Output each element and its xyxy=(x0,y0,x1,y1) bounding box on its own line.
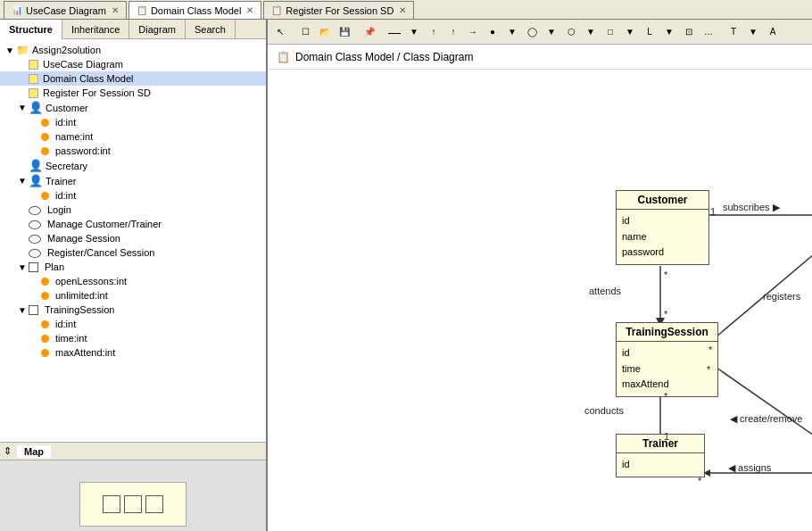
oval-dropdown[interactable]: ▼ xyxy=(543,23,560,41)
folder-icon: 📁 xyxy=(16,44,29,56)
tree-container[interactable]: ▼ 📁 Assign2solution UseCase Diagram Doma… xyxy=(0,39,266,442)
list-item[interactable]: Manage Session xyxy=(0,231,266,245)
list-item[interactable]: 👤 Secretary xyxy=(0,158,266,173)
hex-dropdown[interactable]: ▼ xyxy=(582,23,600,41)
tab-registersession-label: Register For Session SD xyxy=(286,5,394,16)
diagram-canvas[interactable]: Customer idnamepassword Plan openLessons… xyxy=(268,70,812,531)
tree-node-label: Register/Cancel Session xyxy=(47,247,154,258)
list-item[interactable]: Register For Session SD xyxy=(0,86,266,100)
open-tool[interactable]: 📂 xyxy=(316,23,334,41)
resize-arrows[interactable]: ⇕ xyxy=(4,445,12,457)
line-dropdown[interactable]: ▼ xyxy=(405,23,423,41)
new-tool[interactable]: ☐ xyxy=(296,23,314,41)
tab-domainclass-close[interactable]: ✕ xyxy=(246,5,253,15)
tab-registersession[interactable]: 📋 Register For Session SD ✕ xyxy=(263,1,414,19)
diagram-title-icon: 📋 xyxy=(277,51,290,63)
list-item[interactable]: openLessons:int xyxy=(0,274,266,288)
tree-node-label: Domain Class Model xyxy=(43,73,133,84)
tree-node-label: id:int xyxy=(55,190,76,201)
class-trainingsession[interactable]: TrainingSession idtimemaxAttend xyxy=(616,322,718,397)
tree-node-label: Manage Customer/Trainer xyxy=(47,219,162,229)
arrow-up-tool[interactable]: ↑ xyxy=(425,23,443,41)
domainclass-icon: 📋 xyxy=(137,5,147,15)
list-item[interactable]: name:int xyxy=(0,129,266,144)
label-attends: attends xyxy=(589,286,621,296)
save-tool[interactable]: 💾 xyxy=(336,23,353,41)
tree-toggle[interactable]: ▼ xyxy=(16,305,29,315)
list-item[interactable]: time:int xyxy=(0,331,266,345)
class-trainingsession-header: TrainingSession xyxy=(617,323,717,342)
tab-usecase[interactable]: 📊 UseCase Diagram ✕ xyxy=(4,1,127,19)
arrow-right-tool[interactable]: → xyxy=(464,23,482,41)
tree-node-label: password:int xyxy=(55,145,111,156)
select-tool[interactable]: ↖ xyxy=(271,23,289,41)
attr-icon xyxy=(41,130,53,143)
list-item[interactable]: ▼ 📁 Assign2solution xyxy=(0,43,266,57)
mult-subscribes-from: 1 xyxy=(710,206,716,217)
left-panel: Structure Inheritance Diagram Search ▼ 📁… xyxy=(0,20,268,531)
rect-dropdown[interactable]: ▼ xyxy=(621,23,639,41)
l-dropdown[interactable]: ▼ xyxy=(660,23,678,41)
list-item[interactable]: unlimited:int xyxy=(0,288,266,303)
line-tool[interactable]: — xyxy=(385,23,403,41)
list-item[interactable]: Manage Customer/Trainer xyxy=(0,217,266,231)
circle-dropdown[interactable]: ▼ xyxy=(503,23,521,41)
hex-tool[interactable]: ⬡ xyxy=(562,23,580,41)
class-customer[interactable]: Customer idnamepassword xyxy=(616,190,709,265)
attr-icon xyxy=(41,275,53,287)
list-item[interactable]: maxAttend:int xyxy=(0,345,266,360)
list-item[interactable]: ▼ TrainingSession xyxy=(0,303,266,317)
tab-usecase-close[interactable]: ✕ xyxy=(112,5,119,15)
label-conducts: conducts xyxy=(584,405,624,416)
list-item[interactable]: Login xyxy=(0,203,266,217)
list-item[interactable]: id:int xyxy=(0,317,266,331)
tab-diagram[interactable]: Diagram xyxy=(129,20,186,39)
mult-conducts-from: 1 xyxy=(664,431,669,442)
class-trainer[interactable]: Trainer id xyxy=(616,434,705,477)
tree-toggle[interactable]: ▼ xyxy=(4,46,16,55)
list-item[interactable]: Register/Cancel Session xyxy=(0,245,266,260)
tree-toggle[interactable]: ▼ xyxy=(16,103,29,112)
arrow-up2-tool[interactable]: ↑ xyxy=(444,23,462,41)
box-tool[interactable]: ⊡ xyxy=(680,23,698,41)
attr-icon xyxy=(41,145,53,157)
list-item[interactable]: ▼ Plan xyxy=(0,260,266,274)
list-item[interactable]: password:int xyxy=(0,144,266,158)
list-item[interactable]: UseCase Diagram xyxy=(0,57,266,71)
mult-conducts-to: * xyxy=(664,391,667,402)
list-item[interactable]: ▼ 👤 Customer xyxy=(0,100,266,115)
font-tool[interactable]: A xyxy=(764,23,782,41)
pin-tool[interactable]: 📌 xyxy=(360,23,378,41)
tree-node-label: id:int xyxy=(55,319,76,329)
tab-inheritance[interactable]: Inheritance xyxy=(62,20,129,39)
tab-structure[interactable]: Structure xyxy=(0,20,62,39)
ellipse-icon xyxy=(29,218,45,230)
tab-map[interactable]: Map xyxy=(17,445,51,458)
oval-tool[interactable]: ◯ xyxy=(523,23,541,41)
mult-create-to: * xyxy=(707,364,710,375)
list-item[interactable]: ▼ 👤 Trainer xyxy=(0,173,266,188)
usecase-diagram-icon xyxy=(29,58,40,71)
more-tool[interactable]: … xyxy=(700,23,717,41)
tree-node-label: UseCase Diagram xyxy=(43,59,123,70)
tab-registersession-close[interactable]: ✕ xyxy=(399,5,406,15)
tree-toggle[interactable]: ▼ xyxy=(16,176,29,186)
map-area xyxy=(0,460,266,531)
circle-tool[interactable]: ● xyxy=(484,23,501,41)
tree-node-label: Login xyxy=(47,204,71,215)
tab-search[interactable]: Search xyxy=(186,20,236,39)
ellipse-icon xyxy=(29,203,45,216)
tree-node-label: Assign2solution xyxy=(32,45,101,55)
list-item[interactable]: id:int xyxy=(0,188,266,203)
text-dropdown[interactable]: ▼ xyxy=(744,23,762,41)
text-tool[interactable]: T xyxy=(725,23,742,41)
l-tool[interactable]: L xyxy=(641,23,659,41)
tree-toggle[interactable]: ▼ xyxy=(16,262,29,272)
tree-node-label: Plan xyxy=(45,261,64,272)
rect-tool[interactable]: □ xyxy=(601,23,619,41)
tab-domainclass[interactable]: 📋 Domain Class Model ✕ xyxy=(128,1,261,19)
ellipse-icon xyxy=(29,232,45,245)
list-item[interactable]: id:int xyxy=(0,115,266,129)
list-item[interactable]: Domain Class Model xyxy=(0,71,266,86)
tree-node-label: id:int xyxy=(55,117,76,128)
